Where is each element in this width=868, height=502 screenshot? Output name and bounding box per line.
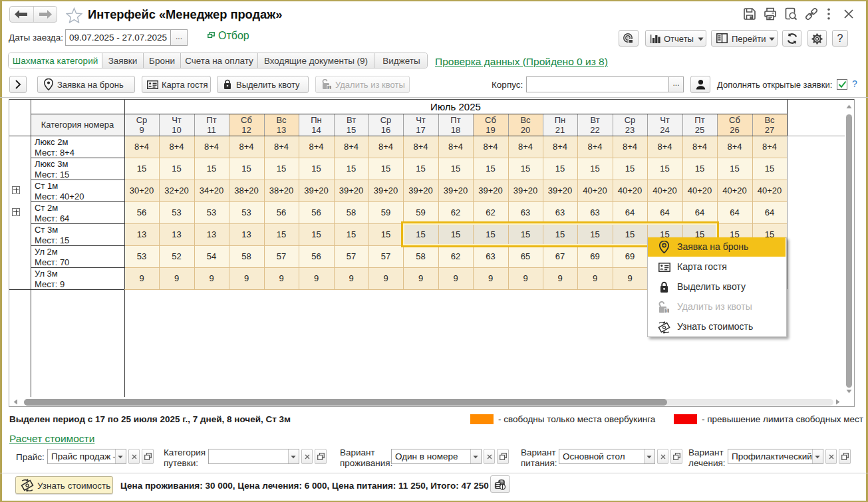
svg-text:1: 1: [666, 309, 668, 313]
